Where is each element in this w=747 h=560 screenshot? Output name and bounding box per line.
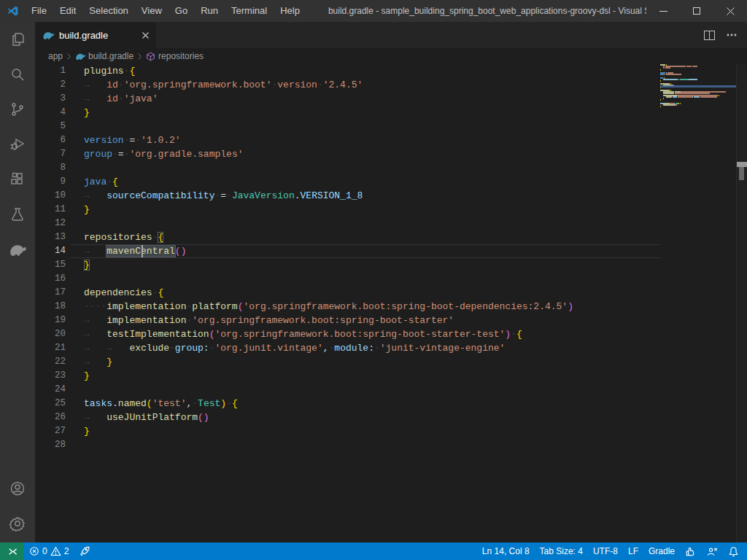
code-line[interactable]: 1plugins·{ (35, 64, 660, 78)
code-line[interactable]: 16 (35, 272, 660, 286)
code-line[interactable]: 25tasks.named('test',·Test)·{ (35, 397, 660, 411)
line-content: → testImplementation('org.springframewor… (84, 327, 522, 341)
line-content: ····implementation·platform('org.springf… (84, 300, 573, 314)
code-line[interactable]: 11} (35, 203, 660, 217)
line-content: } (84, 424, 90, 438)
code-line[interactable]: 14→ mavenCentral() (35, 244, 660, 258)
menu-help[interactable]: Help (274, 0, 306, 22)
minimap[interactable] (660, 64, 736, 109)
code-line[interactable]: 9java·{ (35, 175, 660, 189)
code-line[interactable]: 2→ id·'org.springframework.boot'·version… (35, 78, 660, 92)
maximize-button[interactable] (680, 0, 713, 22)
line-content: → id·'org.springframework.boot'·version·… (84, 78, 363, 92)
problems-indicator[interactable]: 0 2 (24, 542, 74, 560)
extensions-icon[interactable] (0, 162, 35, 197)
gradle-extension-icon[interactable] (0, 232, 35, 267)
menu-run[interactable]: Run (194, 0, 225, 22)
title-bar: FileEditSelectionViewGoRunTerminalHelp b… (0, 0, 747, 22)
code-line[interactable]: 13repositories·{ (35, 230, 660, 244)
error-count: 0 (42, 546, 47, 556)
menu-view[interactable]: View (135, 0, 169, 22)
line-number: 3 (35, 92, 66, 106)
code-line[interactable]: 23} (35, 369, 660, 383)
line-number: 23 (35, 369, 66, 383)
breadcrumb-app[interactable]: app (48, 51, 63, 61)
code-line[interactable]: 4} (35, 106, 660, 120)
breadcrumb-app-label: app (48, 51, 63, 61)
source-control-icon[interactable] (0, 92, 35, 127)
code-line[interactable]: 28 (35, 438, 660, 452)
editor-scrollbar[interactable] (736, 64, 747, 542)
code-line[interactable]: 3→ id·'java' (35, 92, 660, 106)
cursor-position[interactable]: Ln 14, Col 8 (477, 542, 535, 560)
encoding-setting[interactable]: UTF-8 (588, 542, 623, 560)
code-line[interactable]: 27} (35, 424, 660, 438)
minimap-current-line (660, 85, 736, 88)
line-number: 25 (35, 397, 66, 411)
code-line[interactable]: 18····implementation·platform('org.sprin… (35, 300, 660, 314)
line-number: 7 (35, 147, 66, 161)
line-number: 2 (35, 78, 66, 92)
close-button[interactable] (713, 0, 747, 22)
code-line[interactable]: 20→ testImplementation('org.springframew… (35, 327, 660, 341)
code-line[interactable]: 8 (35, 161, 660, 175)
code-line[interactable]: 15} (35, 258, 660, 272)
menu-selection[interactable]: Selection (82, 0, 134, 22)
accounts-icon[interactable] (0, 471, 35, 506)
remote-icon (7, 546, 18, 557)
eol-setting[interactable]: LF (623, 542, 643, 560)
code-editor[interactable]: 1plugins·{2→ id·'org.springframework.boo… (35, 64, 747, 542)
code-line[interactable]: 19→ implementation·'org.springframework.… (35, 314, 660, 327)
remote-indicator[interactable] (0, 542, 24, 560)
minimize-button[interactable] (646, 0, 680, 22)
feedback-thumbsup-icon[interactable] (680, 542, 701, 560)
window-controls (646, 0, 747, 22)
code-line[interactable]: 22→ } (35, 355, 660, 369)
feedback-person-icon[interactable] (701, 542, 723, 560)
breadcrumb-symbol[interactable]: repositories (146, 51, 204, 61)
line-content: version·=·'1.0.2' (84, 133, 181, 147)
line-content: } (84, 258, 90, 272)
tab-build-gradle[interactable]: build.gradle (35, 22, 156, 48)
line-number: 9 (35, 175, 66, 189)
line-content: } (84, 203, 90, 217)
indentation-setting[interactable]: Tab Size: 4 (535, 542, 588, 560)
search-icon[interactable] (0, 57, 35, 92)
code-line[interactable]: 21→ → exclude·group:·'org.junit.vintage'… (35, 341, 660, 355)
split-editor-icon[interactable] (704, 31, 715, 40)
error-icon (29, 546, 39, 556)
code-line[interactable]: 10→ sourceCompatibility·=·JavaVersion.VE… (35, 189, 660, 203)
testing-icon[interactable] (0, 197, 35, 232)
menu-file[interactable]: File (25, 0, 53, 22)
settings-gear-icon[interactable] (0, 506, 35, 541)
notifications-bell-icon[interactable] (723, 542, 744, 560)
code-line[interactable]: 17dependencies·{ (35, 286, 660, 300)
warning-count: 2 (64, 546, 69, 556)
line-number: 28 (35, 438, 66, 452)
code-line[interactable]: 7group·=·'org.gradle.samples' (35, 147, 660, 161)
chevron-right-icon (66, 53, 71, 60)
line-number: 24 (35, 383, 66, 397)
line-content: → mavenCentral() (84, 244, 186, 258)
code-line[interactable]: 12 (35, 217, 660, 230)
menu-edit[interactable]: Edit (53, 0, 82, 22)
gradle-task-indicator[interactable] (74, 542, 96, 560)
explorer-icon[interactable] (0, 22, 35, 57)
code-line[interactable]: 5 (35, 120, 660, 133)
run-and-debug-icon[interactable] (0, 127, 35, 162)
menu-terminal[interactable]: Terminal (225, 0, 274, 22)
more-actions-icon[interactable] (727, 34, 737, 36)
code-line[interactable]: 6version·=·'1.0.2' (35, 133, 660, 147)
code-line[interactable]: 26→ useJUnitPlatform() (35, 411, 660, 424)
tab-close-icon[interactable] (142, 32, 149, 39)
line-number: 21 (35, 341, 66, 355)
line-number: 26 (35, 411, 66, 424)
line-content: → useJUnitPlatform() (84, 411, 209, 424)
breadcrumb-file[interactable]: build.gradle (75, 51, 133, 61)
language-mode[interactable]: Gradle (643, 542, 680, 560)
activity-bar (0, 22, 35, 542)
window-title: build.gradle - sample_building_spring_bo… (306, 6, 646, 16)
menu-go[interactable]: Go (169, 0, 194, 22)
code-line[interactable]: 24 (35, 383, 660, 397)
gradle-file-icon (75, 51, 85, 61)
